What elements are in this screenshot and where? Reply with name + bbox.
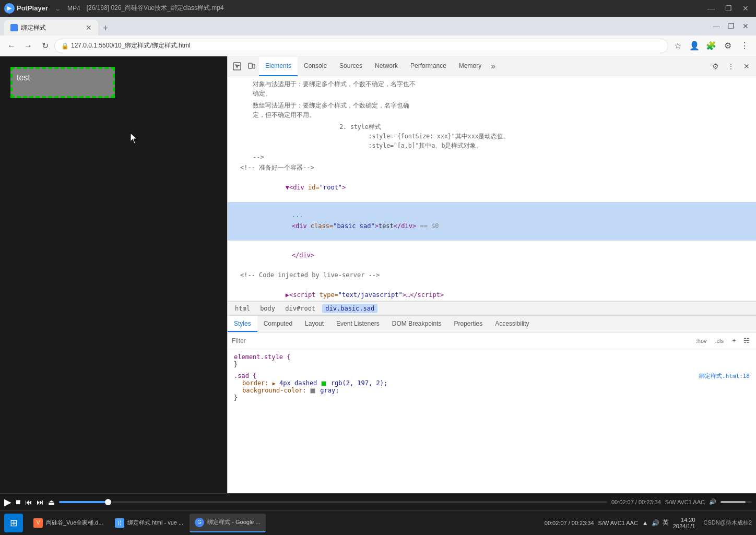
browser-tab[interactable]: 绑定样式 ✕ xyxy=(4,20,98,35)
volume-bar[interactable] xyxy=(720,501,752,503)
taskbar-item-chrome[interactable]: G 绑定样式 - Google ... xyxy=(190,514,265,532)
sys-expand-icon[interactable]: ▲ xyxy=(642,519,648,527)
devtools-settings-btn[interactable]: ⚙ xyxy=(708,59,723,74)
devtools-pane: Elements Console Sources Network Perform… xyxy=(227,56,756,535)
green-swatch[interactable] xyxy=(321,381,326,386)
border-expand-icon[interactable]: ▶ xyxy=(273,381,276,386)
clock: 14:20 2024/1/1 xyxy=(673,517,695,529)
bw-minimize[interactable]: — xyxy=(710,20,723,32)
code-div-root[interactable]: ▼<div id="root"> xyxy=(228,173,756,202)
tab-accessibility[interactable]: Accessibility xyxy=(489,316,535,332)
next-btn[interactable]: ⏭ xyxy=(37,498,44,506)
bw-restore[interactable]: ❐ xyxy=(725,20,737,32)
svg-rect-2 xyxy=(253,64,255,68)
element-style-close: } xyxy=(234,361,750,368)
codec-display: S/W AVC1 AAC xyxy=(665,499,705,505)
address-right-icons: ☆ 👤 🧩 ⚙ ⋮ xyxy=(670,39,752,53)
bc-body[interactable]: body xyxy=(257,304,278,313)
bg-color-prop: background-color: gray; xyxy=(242,387,750,394)
filter-bar: :hov .cls + ☵ xyxy=(228,332,756,349)
tab-title: 绑定样式 xyxy=(21,23,46,32)
tab-close-btn[interactable]: ✕ xyxy=(86,23,92,32)
sad-selector-line: .sad { 绑定样式.html:18 xyxy=(234,372,750,379)
url-bar[interactable]: 🔒 127.0.0.1:5500/10_绑定样式/绑定样式.html xyxy=(54,39,668,53)
prev-btn[interactable]: ⏮ xyxy=(25,498,32,506)
sad-source-link[interactable]: 绑定样式.html:18 xyxy=(699,372,750,380)
volume-fill xyxy=(720,501,746,503)
bc-html[interactable]: html xyxy=(232,304,253,313)
settings-btn[interactable]: ⚙ xyxy=(720,39,735,53)
expand-dots[interactable]: ··· xyxy=(292,213,303,220)
menu-btn[interactable]: ⋮ xyxy=(737,39,752,53)
chrome-icon: G xyxy=(195,518,204,527)
volume-icon[interactable]: 🔊 xyxy=(652,519,659,527)
forward-button[interactable]: → xyxy=(21,39,36,53)
eject-btn[interactable]: ⏏ xyxy=(48,498,55,506)
bookmark-btn[interactable]: ☆ xyxy=(670,39,685,53)
gray-swatch[interactable] xyxy=(310,388,315,394)
devtools-toolbar: Elements Console Sources Network Perform… xyxy=(228,56,756,76)
playback-controls: ▶ ■ ⏮ ⏭ ⏏ 00:02:07 / 00:23:34 S/W AVC1 A… xyxy=(0,493,756,510)
stop-btn[interactable]: ■ xyxy=(16,497,21,507)
add-rule-btn[interactable]: + xyxy=(729,336,739,346)
close-btn[interactable]: ✕ xyxy=(739,3,752,14)
bc-divbasicsad[interactable]: div.basic.sad xyxy=(322,304,377,313)
more-styles-btn[interactable]: ☵ xyxy=(741,336,752,346)
cls-button[interactable]: .cls xyxy=(712,337,727,345)
progress-bar[interactable] xyxy=(59,501,607,503)
elements-panel[interactable]: 对象与法适用于：要绑定多个样式，个数不确定，名字也不确定。 数组写法适用于：要绑… xyxy=(228,76,756,301)
minimize-btn[interactable]: — xyxy=(704,3,718,14)
play-btn[interactable]: ▶ xyxy=(4,496,11,508)
start-button[interactable]: ⊞ xyxy=(4,514,23,532)
code-arrow-close: --> xyxy=(228,152,756,162)
tab-properties[interactable]: Properties xyxy=(448,316,489,332)
filter-input[interactable] xyxy=(232,337,691,344)
code-div-basic-sad[interactable]: ··· <div class="basic sad">test</div> ==… xyxy=(228,202,756,241)
comment-block-1: 对象与法适用于：要绑定多个样式，个数不确定，名字也不确定。 xyxy=(228,78,756,100)
tab-performance[interactable]: Performance xyxy=(404,56,453,76)
back-button[interactable]: ← xyxy=(4,39,19,53)
sad-rule: .sad { 绑定样式.html:18 border: ▶ 4px dashed… xyxy=(228,370,756,403)
tab-sources[interactable]: Sources xyxy=(333,56,369,76)
progress-thumb[interactable] xyxy=(105,499,111,505)
format-label: MP4 xyxy=(67,5,80,12)
tab-elements[interactable]: Elements xyxy=(259,56,298,76)
address-bar: ← → ↻ 🔒 127.0.0.1:5500/10_绑定样式/绑定样式.html… xyxy=(0,35,756,56)
code-div-close[interactable]: </div> xyxy=(228,241,756,270)
tab-event-listeners[interactable]: Event Listeners xyxy=(330,316,386,332)
lang-icon[interactable]: 英 xyxy=(663,518,669,527)
devtools-more-btn[interactable]: ⋮ xyxy=(724,59,738,74)
hov-button[interactable]: :hov xyxy=(693,337,710,345)
devtools-close-btn[interactable]: ✕ xyxy=(739,59,754,74)
extensions-btn[interactable]: 🧩 xyxy=(704,39,718,53)
breadcrumb-bar: html body div#root div.basic.sad xyxy=(228,301,756,316)
bc-divroot[interactable]: div#root xyxy=(282,304,318,313)
tab-dom-breakpoints[interactable]: DOM Breakpoints xyxy=(386,316,448,332)
tab-network[interactable]: Network xyxy=(369,56,404,76)
test-text: test xyxy=(17,73,30,82)
inspect-element-btn[interactable] xyxy=(230,59,244,74)
reload-button[interactable]: ↻ xyxy=(38,39,52,53)
more-tabs-btn[interactable]: » xyxy=(488,56,499,76)
taskbar-item-vscode[interactable]: ⟨⟩ 绑定样式.html - vue ... xyxy=(110,514,189,532)
tab-styles[interactable]: Styles xyxy=(228,316,257,332)
border-value: 4px dashed xyxy=(279,379,321,387)
taskbar-item-vue[interactable]: V 尚硅谷_Vue全家桶.d... xyxy=(28,514,109,532)
preview-pane: test xyxy=(0,56,227,535)
tab-computed[interactable]: Computed xyxy=(257,316,299,332)
bw-close[interactable]: ✕ xyxy=(739,20,752,32)
device-toggle-btn[interactable] xyxy=(244,59,259,74)
element-style-selector: element.style { xyxy=(234,353,750,361)
new-tab-button[interactable]: + xyxy=(98,21,113,35)
profile-btn[interactable]: 👤 xyxy=(687,39,702,53)
restore-btn[interactable]: ❐ xyxy=(722,3,735,14)
tab-layout[interactable]: Layout xyxy=(299,316,330,332)
browser-window: 绑定样式 ✕ + — ❐ ✕ ← → ↻ 🔒 127.0.0.1:5500/10… xyxy=(0,17,756,535)
comment-block-2: 数组写法适用于：要绑定多个样式，个数确定，名字也确定，但不确定用不用。 xyxy=(228,100,756,121)
tab-memory[interactable]: Memory xyxy=(453,56,488,76)
filter-controls: :hov .cls + ☵ xyxy=(693,336,752,346)
code-script-collapsed[interactable]: ▶<script type="text/javascript">…</scrip… xyxy=(228,280,756,301)
devtools-tabs: Elements Console Sources Network Perform… xyxy=(259,56,499,76)
tab-console[interactable]: Console xyxy=(298,56,333,76)
taskbar-label-chrome: 绑定样式 - Google ... xyxy=(207,518,260,526)
